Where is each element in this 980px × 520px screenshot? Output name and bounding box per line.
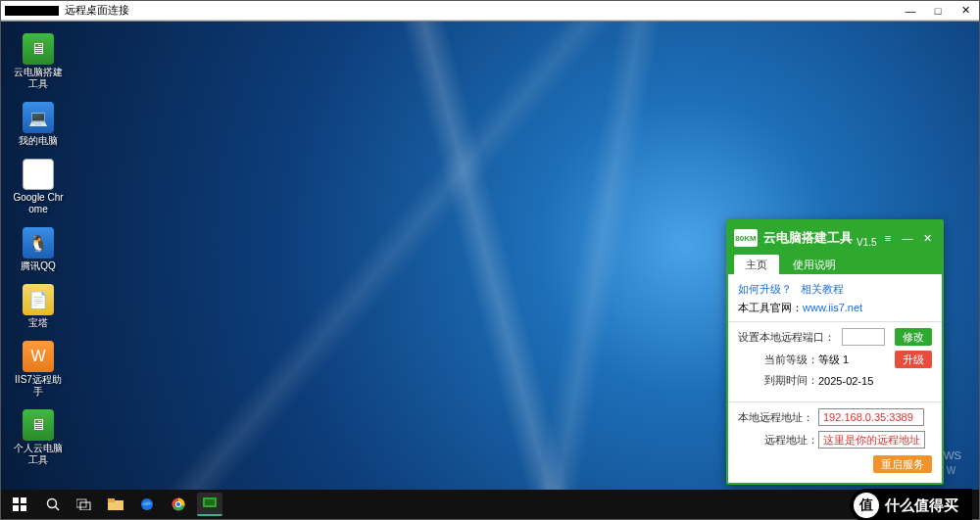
app-icon: 🐧 bbox=[23, 227, 54, 259]
taskbar-taskview-icon[interactable] bbox=[72, 493, 97, 516]
svg-rect-16 bbox=[205, 499, 215, 505]
app-icon: W bbox=[23, 341, 54, 372]
local-addr-value[interactable]: 192.168.0.35:3389 bbox=[818, 408, 924, 426]
app-minimize-button[interactable]: — bbox=[899, 231, 916, 245]
window-title: 远程桌面连接 bbox=[65, 3, 129, 18]
app-titlebar[interactable]: 80KM 云电脑搭建工具 V1.5 ≡ — ✕ bbox=[728, 221, 942, 255]
svg-rect-1 bbox=[21, 497, 26, 503]
app-body: 如何升级？ 相关教程 本工具官网：www.iis7.net 设置本地远程端口： … bbox=[728, 274, 942, 483]
desktop-icon[interactable]: 📄宝塔 bbox=[11, 284, 66, 329]
app-tabs: 主页 使用说明 bbox=[728, 255, 942, 274]
level-value: 等级 1 bbox=[818, 353, 895, 367]
port-input[interactable] bbox=[842, 328, 885, 346]
modify-button[interactable]: 修改 bbox=[895, 328, 932, 346]
taskbar-chrome-icon[interactable] bbox=[166, 493, 191, 516]
taskbar-search-icon[interactable] bbox=[40, 493, 66, 516]
icon-label: 我的电脑 bbox=[11, 135, 66, 147]
maximize-button[interactable]: □ bbox=[924, 2, 952, 20]
svg-point-4 bbox=[48, 499, 57, 508]
icon-label: Google Chrome bbox=[11, 192, 66, 215]
remote-desktop[interactable]: 🖥云电脑搭建工具💻我的电脑◎Google Chrome🐧腾讯QQ📄宝塔WIIS7… bbox=[1, 21, 979, 519]
desktop-icon[interactable]: 🐧腾讯QQ bbox=[11, 227, 66, 272]
desktop-icon[interactable]: WIIS7远程助手 bbox=[11, 341, 66, 398]
icon-label: 宝塔 bbox=[11, 317, 66, 329]
app-close-button[interactable]: ✕ bbox=[918, 231, 936, 245]
svg-rect-7 bbox=[80, 502, 90, 510]
start-button[interactable] bbox=[5, 493, 34, 516]
title-icon-bar bbox=[5, 6, 59, 16]
expire-label: 到期时间： bbox=[738, 373, 818, 388]
desktop-icon[interactable]: 🖥云电脑搭建工具 bbox=[11, 33, 66, 90]
taskbar[interactable] bbox=[1, 490, 979, 519]
app-title: 云电脑搭建工具 bbox=[763, 229, 853, 247]
icon-label: 云电脑搭建工具 bbox=[11, 67, 66, 90]
desktop-icon[interactable]: 💻我的电脑 bbox=[11, 102, 66, 147]
tab-home[interactable]: 主页 bbox=[734, 255, 779, 274]
remote-addr-value[interactable]: 这里是你的远程地址 bbox=[818, 431, 925, 449]
svg-rect-6 bbox=[76, 499, 86, 507]
remote-addr-label: 远程地址： bbox=[738, 433, 818, 448]
desktop-icon[interactable]: ◎Google Chrome bbox=[11, 159, 66, 215]
upgrade-button[interactable]: 升级 bbox=[895, 351, 932, 368]
taskbar-edge-icon[interactable] bbox=[134, 493, 160, 516]
restart-service-button[interactable]: 重启服务 bbox=[873, 455, 932, 473]
svg-rect-3 bbox=[21, 505, 26, 511]
icon-label: 腾讯QQ bbox=[11, 260, 66, 272]
badge-text: 什么值得买 bbox=[885, 496, 958, 515]
minimize-button[interactable]: — bbox=[897, 2, 924, 20]
site-label: 本工具官网： bbox=[738, 302, 803, 313]
icon-label: IIS7远程助手 bbox=[11, 374, 66, 398]
rdp-window: 远程桌面连接 — □ ✕ 🖥云电脑搭建工具💻我的电脑◎Google Chrome… bbox=[0, 0, 980, 520]
app-version: V1.5 bbox=[857, 237, 877, 248]
desktop-icons: 🖥云电脑搭建工具💻我的电脑◎Google Chrome🐧腾讯QQ📄宝塔WIIS7… bbox=[11, 33, 70, 478]
app-icon: 📄 bbox=[23, 284, 54, 315]
close-button[interactable]: ✕ bbox=[952, 2, 979, 20]
svg-rect-0 bbox=[13, 497, 19, 503]
site-url[interactable]: www.iis7.net bbox=[803, 302, 862, 313]
svg-point-14 bbox=[176, 502, 180, 506]
badge-circle: 值 bbox=[854, 493, 879, 518]
icon-label: 个人云电脑工具 bbox=[11, 443, 66, 466]
tab-help[interactable]: 使用说明 bbox=[781, 255, 848, 274]
titlebar[interactable]: 远程桌面连接 — □ ✕ bbox=[1, 1, 979, 21]
expire-value: 2025-02-15 bbox=[818, 375, 932, 387]
desktop-icon[interactable]: 🖥个人云电脑工具 bbox=[11, 409, 66, 466]
app-icon: 🖥 bbox=[23, 409, 54, 441]
local-addr-label: 本地远程地址： bbox=[738, 410, 818, 425]
svg-rect-9 bbox=[108, 498, 115, 502]
svg-rect-2 bbox=[13, 505, 19, 511]
cloud-tool-window[interactable]: 80KM 云电脑搭建工具 V1.5 ≡ — ✕ 主页 使用说明 如何升级？ 相关… bbox=[726, 219, 944, 485]
taskbar-cloud-tool-icon[interactable] bbox=[197, 493, 222, 516]
app-icon: ◎ bbox=[23, 159, 54, 190]
port-label: 设置本地远程端口： bbox=[738, 330, 842, 345]
level-label: 当前等级： bbox=[738, 353, 818, 367]
svg-line-5 bbox=[56, 507, 60, 511]
app-icon: 🖥 bbox=[23, 33, 54, 65]
app-icon: 💻 bbox=[23, 102, 54, 133]
smzdm-badge[interactable]: 值 什么值得买 bbox=[850, 489, 972, 520]
taskbar-explorer-icon[interactable] bbox=[103, 493, 128, 516]
tutorial-link[interactable]: 相关教程 bbox=[801, 283, 844, 295]
app-logo: 80KM bbox=[734, 229, 758, 247]
upgrade-link[interactable]: 如何升级？ bbox=[738, 283, 792, 295]
app-menu-icon[interactable]: ≡ bbox=[879, 231, 897, 245]
